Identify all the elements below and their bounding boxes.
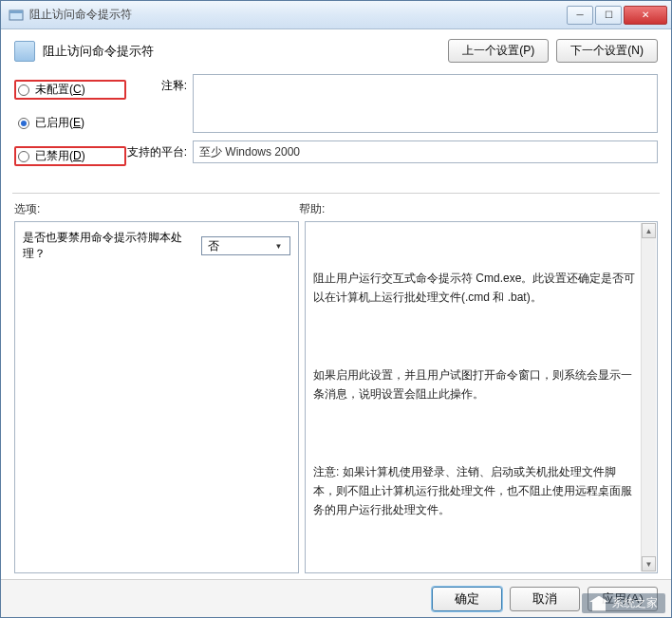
help-text: 阻止用户运行交互式命令提示符 Cmd.exe。此设置还确定是否可以在计算机上运行… [313,230,649,559]
titlebar-title: 阻止访问命令提示符 [29,7,565,23]
radio-icon [18,118,29,129]
page-title: 阻止访问命令提示符 [43,43,448,60]
scroll-down-icon[interactable]: ▼ [642,556,656,571]
scrollbar[interactable]: ▲ ▼ [641,223,656,571]
scroll-up-icon[interactable]: ▲ [642,223,656,238]
section-labels: 选项: 帮助: [14,201,658,217]
cancel-button[interactable]: 取消 [510,587,580,611]
platform-value: 至少 Windows 2000 [193,140,658,163]
maximize-button[interactable]: ☐ [595,6,622,25]
radio-icon [18,84,29,96]
platform-row: 支持的平台: 至少 Windows 2000 [126,140,658,163]
radio-icon [18,151,29,162]
policy-icon [14,41,35,62]
panels: 是否也要禁用命令提示符脚本处理？ 否 ▼ 阻止用户运行交互式命令提示符 Cmd.… [14,221,658,573]
option-row: 是否也要禁用命令提示符脚本处理？ 否 ▼ [23,230,290,262]
radio-group: 未配置(C) 已启用(E) 已禁用(D) [14,74,126,179]
radio-label: 已禁用(D) [35,148,85,164]
radio-label: 未配置(C) [35,82,85,98]
radio-label: 已启用(E) [35,115,84,131]
options-panel: 是否也要禁用命令提示符脚本处理？ 否 ▼ [14,221,299,573]
header-row: 阻止访问命令提示符 上一个设置(P) 下一个设置(N) [14,39,658,63]
radio-not-configured[interactable]: 未配置(C) [14,80,126,100]
config-section: 未配置(C) 已启用(E) 已禁用(D) 注释: 支持的平台: [14,74,658,179]
options-section-label: 选项: [14,201,299,217]
help-paragraph: 如果启用此设置，并且用户试图打开命令窗口，则系统会显示一条消息，说明设置会阻止此… [313,365,636,404]
help-paragraph: 注意: 如果计算机使用登录、注销、启动或关机批处理文件脚本，则不阻止计算机运行批… [313,462,636,520]
radio-disabled[interactable]: 已禁用(D) [14,146,126,166]
content-area: 阻止访问命令提示符 上一个设置(P) 下一个设置(N) 未配置(C) 已启用(E… [1,29,671,579]
house-icon [589,596,608,611]
chevron-down-icon: ▼ [271,239,286,253]
app-icon [9,8,24,23]
comment-input[interactable] [193,74,658,133]
svg-rect-1 [9,10,23,13]
platform-label: 支持的平台: [126,140,193,163]
divider [12,193,660,194]
fields-column: 注释: 支持的平台: 至少 Windows 2000 [126,74,658,179]
help-panel: 阻止用户运行交互式命令提示符 Cmd.exe。此设置还确定是否可以在计算机上运行… [305,221,658,573]
help-section-label: 帮助: [299,201,325,217]
prev-setting-button[interactable]: 上一个设置(P) [448,39,549,63]
help-paragraph: 阻止用户运行交互式命令提示符 Cmd.exe。此设置还确定是否可以在计算机上运行… [313,269,636,308]
ok-button[interactable]: 确定 [432,587,502,611]
window-controls: ─ ☐ ✕ [565,6,667,25]
select-value: 否 [208,238,219,254]
footer: 确定 取消 应用(A) 系统之家 [1,579,671,617]
comment-row: 注释: [126,74,658,133]
watermark-text: 系统之家 [612,595,658,611]
nav-buttons: 上一个设置(P) 下一个设置(N) [448,39,658,63]
comment-label: 注释: [126,74,193,133]
close-button[interactable]: ✕ [624,6,667,25]
minimize-button[interactable]: ─ [567,6,593,25]
script-processing-select[interactable]: 否 ▼ [201,236,290,255]
option-question: 是否也要禁用命令提示符脚本处理？ [23,230,192,262]
next-setting-button[interactable]: 下一个设置(N) [556,39,658,63]
dialog-window: 阻止访问命令提示符 ─ ☐ ✕ 阻止访问命令提示符 上一个设置(P) 下一个设置… [0,0,672,618]
titlebar[interactable]: 阻止访问命令提示符 ─ ☐ ✕ [1,1,671,29]
radio-enabled[interactable]: 已启用(E) [14,113,126,133]
watermark: 系统之家 [582,593,665,613]
